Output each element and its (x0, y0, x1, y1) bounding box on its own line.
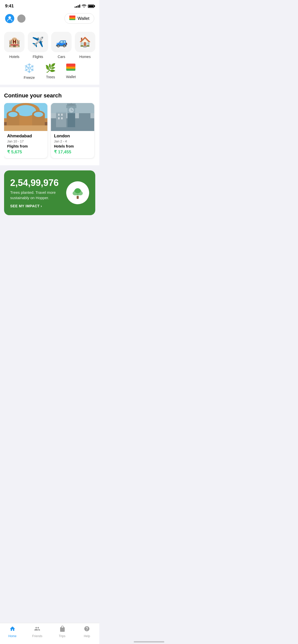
freeze-icon: ❄️ (23, 63, 35, 74)
bottom-spacer (0, 218, 99, 223)
svg-point-18 (34, 112, 43, 117)
ahmedabad-price: ₹ 5,675 (7, 149, 44, 155)
london-type: Hotels from (54, 144, 91, 148)
status-bar: 9:41 (0, 0, 99, 11)
wallet-button[interactable]: Wallet (64, 13, 94, 24)
ahmedabad-city: Ahmedabad (7, 134, 44, 139)
london-city: London (54, 134, 91, 139)
london-image (51, 103, 94, 131)
header: Wallet (0, 11, 99, 28)
svg-rect-19 (4, 125, 47, 131)
homes-icon-box: 🏠 (75, 32, 95, 52)
wallet-cat-icon (66, 63, 75, 73)
homes-label: Homes (79, 55, 91, 59)
freeze-label: Freeze (24, 76, 35, 80)
battery-icon (88, 5, 94, 8)
svg-rect-6 (66, 64, 75, 67)
homes-emoji: 🏠 (79, 36, 91, 48)
cars-emoji: 🚙 (56, 36, 67, 48)
cars-label: Cars (58, 55, 65, 59)
category-freeze[interactable]: ❄️ Freeze (23, 63, 35, 80)
category-homes[interactable]: 🏠 Homes (75, 32, 96, 59)
category-hotels[interactable]: 🏨 Hotels (4, 32, 25, 59)
svg-rect-30 (79, 113, 90, 127)
london-dates: Jan 2 - 4 (54, 139, 91, 143)
category-wallet[interactable]: Wallet (66, 63, 76, 80)
trees-count: 2,54,99,976 (10, 178, 59, 188)
svg-point-58 (75, 188, 81, 193)
tab-bar-spacer (0, 223, 99, 243)
trees-cta-button[interactable]: SEE MY IMPACT › (10, 204, 59, 208)
ahmedabad-dates: Jan 10 - 17 (7, 139, 44, 143)
trees-info: 2,54,99,976 Trees planted. Travel more s… (10, 178, 59, 208)
wallet-cat-label: Wallet (66, 75, 76, 79)
wallet-icon (69, 16, 75, 21)
ahmedabad-body: Ahmedabad Jan 10 - 17 Flights from ₹ 5,6… (4, 131, 47, 158)
svg-rect-32 (61, 114, 63, 116)
svg-rect-33 (58, 117, 60, 119)
signal-icon (75, 5, 80, 8)
ahmedabad-image (4, 103, 47, 131)
svg-point-0 (8, 16, 11, 19)
ahmedabad-type: Flights from (7, 144, 44, 148)
hotels-icon-box: 🏨 (4, 32, 24, 52)
card-ahmedabad[interactable]: Ahmedabad Jan 10 - 17 Flights from ₹ 5,6… (4, 103, 47, 158)
hotels-emoji: 🏨 (8, 36, 20, 48)
hotels-label: Hotels (9, 55, 19, 59)
avatar-user[interactable] (5, 14, 14, 23)
flights-label: Flights (33, 55, 43, 59)
section-divider-2 (0, 165, 99, 168)
svg-rect-3 (69, 16, 75, 18)
trees-icon: 🌿 (45, 63, 56, 73)
svg-point-15 (8, 112, 18, 117)
chevron-right-icon: › (41, 204, 42, 208)
london-price: ₹ 17,455 (54, 149, 91, 155)
trees-description: Trees planted. Travel more sustainably o… (10, 190, 56, 200)
category-grid-bottom: ❄️ Freeze 🌿 Trees Wallet (4, 63, 95, 80)
card-london[interactable]: London Jan 2 - 4 Hotels from ₹ 17,455 (51, 103, 94, 158)
trees-label: Trees (46, 75, 55, 79)
section-divider (0, 85, 99, 87)
svg-rect-31 (58, 114, 60, 116)
category-section: 🏨 Hotels ✈️ Flights 🚙 Cars 🏠 Homes ❄️ (0, 28, 99, 85)
category-grid-top: 🏨 Hotels ✈️ Flights 🚙 Cars 🏠 Homes (4, 32, 95, 59)
svg-rect-54 (77, 196, 79, 199)
avatar-secondary (17, 14, 25, 23)
status-time: 9:41 (5, 4, 14, 9)
cars-icon-box: 🚙 (51, 32, 72, 52)
category-cars[interactable]: 🚙 Cars (51, 32, 72, 59)
category-trees[interactable]: 🌿 Trees (45, 63, 56, 80)
trees-icon-circle (66, 181, 89, 204)
london-body: London Jan 2 - 4 Hotels from ₹ 17,455 (51, 131, 94, 158)
trees-banner[interactable]: 2,54,99,976 Trees planted. Travel more s… (4, 170, 95, 215)
svg-rect-35 (51, 103, 94, 113)
search-section: Continue your search (0, 87, 99, 165)
flights-emoji: ✈️ (32, 36, 44, 48)
category-flights[interactable]: ✈️ Flights (28, 32, 48, 59)
svg-rect-34 (61, 117, 63, 119)
wallet-label: Wallet (77, 16, 89, 21)
search-section-title: Continue your search (4, 92, 95, 99)
flights-icon-box: ✈️ (28, 32, 48, 52)
wifi-icon (82, 4, 86, 8)
search-cards-scroll[interactable]: Ahmedabad Jan 10 - 17 Flights from ₹ 5,6… (4, 103, 95, 159)
status-icons (75, 4, 94, 8)
